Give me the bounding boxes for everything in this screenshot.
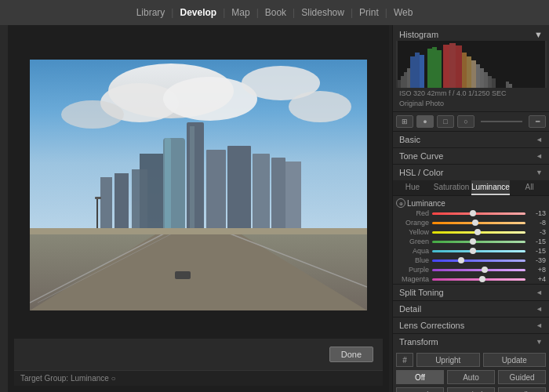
svg-rect-20 xyxy=(96,197,98,232)
guided-button[interactable]: Guided xyxy=(498,370,546,384)
nav-map[interactable]: Map xyxy=(231,7,249,18)
tool-btn-oval[interactable]: ○ xyxy=(457,115,474,128)
hsl-slider-green[interactable] xyxy=(432,241,525,243)
nav-library[interactable]: Library xyxy=(136,7,165,18)
original-photo-label: Original Photo xyxy=(396,99,546,108)
right-panel: Histogram ▼ xyxy=(392,25,549,392)
vertical-button[interactable]: Vertical xyxy=(447,387,495,392)
tool-btn-line[interactable]: ━ xyxy=(529,115,546,128)
update-button[interactable]: Update xyxy=(483,353,547,367)
hsl-tab-saturation[interactable]: Saturation xyxy=(432,180,471,195)
hsl-value-yellow: -3 xyxy=(529,228,546,236)
hsl-tab-luminance[interactable]: Luminance xyxy=(471,180,511,195)
nav-slideshow[interactable]: Slideshow xyxy=(301,7,344,18)
basic-label: Basic xyxy=(399,135,420,144)
split-toning-label: Split Toning xyxy=(399,288,444,297)
hashtag-icon[interactable]: # xyxy=(396,353,413,367)
svg-rect-11 xyxy=(187,122,204,232)
tool-btn-rect[interactable]: □ xyxy=(437,115,454,128)
svg-rect-45 xyxy=(471,60,476,88)
svg-rect-12 xyxy=(190,126,195,228)
svg-rect-10 xyxy=(165,138,171,232)
cam-info: ISO 320 42mm f / 4.0 1/1250 SEC xyxy=(396,88,546,99)
basic-header[interactable]: Basic ◄ xyxy=(393,132,549,147)
hsl-thumb-blue xyxy=(458,257,464,263)
hsl-value-orange: -8 xyxy=(529,219,546,227)
done-button[interactable]: Done xyxy=(329,347,373,362)
split-toning-header[interactable]: Split Toning ◄ xyxy=(393,285,549,300)
tone-curve-label: Tone Curve xyxy=(399,151,443,161)
hsl-tab-all[interactable]: All xyxy=(510,180,549,195)
hsl-rows-container: Red-13Orange-8Yellow-3Green-15Aqua-15Blu… xyxy=(393,209,549,284)
hsl-luminance-label: Luminance xyxy=(407,199,445,208)
hsl-thumb-purple xyxy=(482,267,488,273)
tool-btn-grid[interactable]: ⊞ xyxy=(396,115,413,128)
split-toning-section: Split Toning ◄ xyxy=(393,285,549,301)
basic-arrow: ◄ xyxy=(536,136,543,143)
nav-develop[interactable]: Develop xyxy=(180,7,216,18)
main-layout: Done Target Group: Luminance ○ Histogram… xyxy=(0,25,549,392)
nav-sep-6: | xyxy=(385,7,387,18)
hsl-thumb-magenta xyxy=(479,276,485,282)
full-button[interactable]: Full xyxy=(498,387,546,392)
level-button[interactable]: Level xyxy=(396,387,444,392)
nav-sep-4: | xyxy=(293,7,295,18)
hsl-row-green: Green-15 xyxy=(393,237,549,246)
hsl-label-yellow: Yellow xyxy=(396,228,429,236)
hsl-slider-purple[interactable] xyxy=(432,269,525,271)
hsl-row-yellow: Yellow-3 xyxy=(393,227,549,237)
svg-rect-53 xyxy=(396,41,398,88)
hsl-slider-aqua[interactable] xyxy=(432,250,525,252)
detail-arrow: ◄ xyxy=(536,305,543,313)
svg-rect-17 xyxy=(285,162,301,232)
hsl-label-magenta: Magenta xyxy=(396,275,429,283)
nav-print[interactable]: Print xyxy=(359,7,379,18)
transform-section: Transform ▼ # Upright Update Off Auto Gu… xyxy=(393,334,549,392)
hsl-row-purple: Purple+8 xyxy=(393,265,549,274)
svg-rect-46 xyxy=(476,64,480,88)
svg-rect-19 xyxy=(100,177,112,232)
top-nav: Library | Develop | Map | Book | Slidesh… xyxy=(0,0,549,25)
hsl-header[interactable]: HSL / Color ▼ xyxy=(393,165,549,180)
histogram-title: Histogram xyxy=(399,30,438,39)
hsl-slider-magenta[interactable] xyxy=(432,278,525,281)
hsl-target-icon[interactable]: ⊕ xyxy=(396,198,405,208)
hsl-thumb-yellow xyxy=(474,229,481,235)
split-toning-arrow: ◄ xyxy=(536,289,543,296)
hsl-thumb-aqua xyxy=(470,248,476,254)
hsl-value-magenta: +4 xyxy=(529,275,546,283)
hsl-tab-hue[interactable]: Hue xyxy=(393,180,432,195)
transform-header[interactable]: Transform ▼ xyxy=(393,334,549,350)
tone-curve-header[interactable]: Tone Curve ◄ xyxy=(393,148,549,164)
tone-curve-arrow: ◄ xyxy=(536,152,543,160)
hsl-label-orange: Orange xyxy=(396,219,429,227)
svg-rect-34 xyxy=(410,56,415,88)
svg-rect-15 xyxy=(253,154,270,232)
nav-sep-3: | xyxy=(256,7,259,18)
hsl-slider-blue[interactable] xyxy=(432,260,525,262)
upright-button[interactable]: Upright xyxy=(416,353,480,367)
lens-corrections-header[interactable]: Lens Corrections ◄ xyxy=(393,318,549,333)
detail-header[interactable]: Detail ◄ xyxy=(393,301,549,317)
svg-rect-33 xyxy=(407,68,410,88)
hsl-slider-yellow[interactable] xyxy=(432,231,525,234)
auto-button[interactable]: Auto xyxy=(447,370,495,384)
hsl-row-aqua: Aqua-15 xyxy=(393,246,549,256)
svg-rect-41 xyxy=(449,43,456,88)
hsl-row-red: Red-13 xyxy=(393,209,549,218)
nav-web[interactable]: Web xyxy=(394,7,413,18)
nav-book[interactable]: Book xyxy=(265,7,286,18)
hsl-slider-orange[interactable] xyxy=(432,222,525,224)
off-button[interactable]: Off xyxy=(396,370,444,384)
hsl-slider-red[interactable] xyxy=(432,212,525,215)
center-panel: Done Target Group: Luminance ○ xyxy=(8,25,389,392)
svg-rect-43 xyxy=(462,53,467,88)
svg-rect-35 xyxy=(415,53,420,88)
upright-row: # Upright Update xyxy=(393,350,549,370)
tool-btn-circle[interactable]: ● xyxy=(416,115,434,128)
histogram-section: Histogram ▼ xyxy=(393,25,549,112)
histogram-arrow[interactable]: ▼ xyxy=(534,30,543,39)
hsl-value-red: -13 xyxy=(529,209,546,217)
detail-label: Detail xyxy=(399,304,421,314)
hsl-arrow: ▼ xyxy=(536,169,543,176)
